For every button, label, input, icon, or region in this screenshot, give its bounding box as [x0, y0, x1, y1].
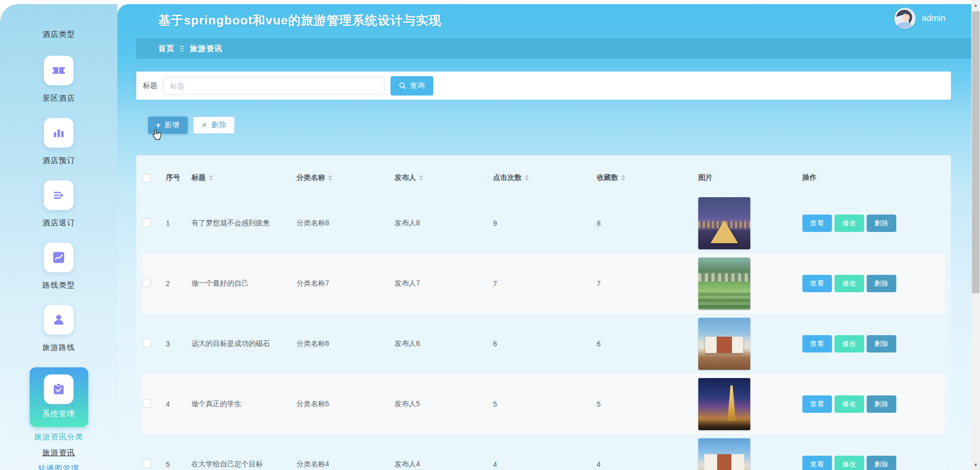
- batch-delete-button[interactable]: ✕ 删除: [193, 116, 235, 134]
- sidebar-item-hotel-type[interactable]: 酒店类型: [0, 30, 117, 39]
- cell-clicks: 6: [493, 340, 597, 348]
- sort-caret-icon[interactable]: [419, 175, 423, 181]
- sidebar-subitem-2[interactable]: 轮播图管理: [0, 464, 117, 470]
- sidebar-item-list-return[interactable]: 酒店退订: [0, 180, 117, 228]
- sort-caret-icon[interactable]: [525, 175, 529, 181]
- select-all-checkbox[interactable]: [142, 174, 151, 182]
- query-button[interactable]: 查询: [390, 76, 433, 96]
- cell-checkbox: [142, 399, 166, 409]
- delete-row-button[interactable]: 删除: [867, 395, 896, 413]
- breadcrumb-separator-icon: Ξ: [180, 44, 185, 53]
- row-checkbox[interactable]: [142, 459, 151, 468]
- delete-row-button[interactable]: 删除: [867, 215, 896, 232]
- edit-button[interactable]: 修改: [835, 335, 864, 353]
- column-label-index: 序号: [166, 173, 180, 182]
- cell-favorites: 6: [597, 340, 698, 348]
- cell-publisher: 发布人8: [395, 219, 493, 228]
- cell-checkbox: [142, 218, 166, 228]
- delete-row-button[interactable]: 删除: [867, 335, 896, 353]
- view-button[interactable]: 查看: [802, 275, 832, 292]
- cell-index: 4: [166, 400, 191, 408]
- column-label-publisher: 发布人: [395, 173, 416, 182]
- cell-category: 分类名称5: [297, 400, 395, 409]
- scroll-up-icon[interactable]: ▲: [971, 1, 980, 9]
- row-image-green-terraced-village: [698, 257, 750, 310]
- bar-chart-icon: [44, 118, 74, 148]
- delete-row-button[interactable]: 删除: [867, 456, 896, 470]
- cell-actions: 查看修改删除: [802, 456, 945, 470]
- column-header-category[interactable]: 分类名称: [297, 173, 395, 182]
- cell-image: [698, 257, 802, 310]
- table-header-row: 序号标题分类名称发布人点击次数收藏数图片操作: [142, 162, 945, 193]
- search-input[interactable]: [163, 77, 384, 95]
- cell-image: [698, 438, 802, 470]
- sidebar-item-label: 酒店预订: [42, 156, 75, 166]
- cell-actions: 查看修改删除: [802, 395, 945, 413]
- view-button[interactable]: 查看: [802, 215, 832, 232]
- view-button[interactable]: 查看: [802, 335, 832, 353]
- row-checkbox[interactable]: [142, 399, 151, 408]
- column-label-clicks: 点击次数: [493, 173, 522, 182]
- user-menu[interactable]: admin: [894, 8, 945, 29]
- breadcrumb: 首页 Ξ 旅游资讯: [136, 38, 973, 59]
- sort-caret-icon[interactable]: [209, 175, 213, 181]
- user-avatar[interactable]: [894, 8, 916, 29]
- scroll-down-icon[interactable]: ▼: [971, 461, 980, 469]
- trend-chart-icon: [44, 243, 74, 272]
- page-scrollbar[interactable]: ▲ ▼: [971, 0, 980, 470]
- cell-title: 有了梦想就不会感到疲惫: [191, 219, 297, 228]
- sidebar-item-ticket[interactable]: 景区酒店: [0, 56, 117, 103]
- delete-row-button[interactable]: 删除: [867, 275, 896, 292]
- cell-image: [698, 318, 802, 370]
- edit-button[interactable]: 修改: [835, 215, 864, 232]
- row-checkbox[interactable]: [142, 339, 151, 347]
- cell-actions: 查看修改删除: [802, 335, 945, 353]
- cell-image: [698, 197, 802, 249]
- sidebar-subitem-1[interactable]: 旅游资讯: [0, 448, 117, 458]
- cell-image: [698, 378, 802, 430]
- table-row: 2做一个最好的自己分类名称7发布人777查看修改删除: [142, 253, 945, 314]
- main-area: 基于springboot和vue的旅游管理系统设计与实现 admin 首页 Ξ …: [117, 4, 980, 470]
- add-button-label: 新增: [164, 121, 180, 130]
- edit-button[interactable]: 修改: [835, 275, 864, 292]
- row-image-potala-palace-snow: [698, 438, 750, 470]
- sidebar-item-clipboard-check[interactable]: 系统管理: [30, 367, 88, 427]
- scrollbar-thumb[interactable]: [972, 11, 979, 293]
- edit-button[interactable]: 修改: [835, 456, 864, 470]
- sort-caret-icon[interactable]: [621, 175, 625, 181]
- query-button-label: 查询: [410, 81, 425, 90]
- sidebar-item-label: 旅游路线: [42, 343, 75, 353]
- list-return-icon: [44, 180, 74, 210]
- column-header-image: 图片: [698, 173, 802, 182]
- cell-category: 分类名称4: [297, 460, 395, 469]
- cell-title: 远大的目标是成功的磁石: [191, 339, 297, 348]
- sort-caret-icon[interactable]: [328, 175, 332, 181]
- row-checkbox[interactable]: [142, 278, 151, 287]
- column-label-category: 分类名称: [297, 173, 325, 182]
- sidebar-item-bar-chart[interactable]: 酒店预订: [0, 118, 117, 166]
- column-header-clicks[interactable]: 点击次数: [493, 173, 597, 182]
- column-header-favorites[interactable]: 收藏数: [597, 173, 698, 182]
- view-button[interactable]: 查看: [802, 456, 832, 470]
- username-label: admin: [922, 13, 945, 24]
- column-header-actions: 操作: [802, 173, 945, 182]
- column-label-image: 图片: [698, 173, 713, 182]
- sidebar-item-person[interactable]: 旅游路线: [0, 305, 117, 353]
- column-header-publisher[interactable]: 发布人: [395, 173, 493, 182]
- cell-checkbox: [142, 459, 166, 469]
- column-header-title[interactable]: 标题: [191, 173, 297, 182]
- search-icon: [399, 82, 406, 89]
- cell-favorites: 5: [597, 400, 698, 408]
- sidebar-subitem-0[interactable]: 旅游资讯分类: [0, 432, 117, 442]
- clipboard-check-icon: [44, 374, 74, 404]
- table-row: 4做个真正的学生分类名称5发布人555查看修改删除: [142, 374, 945, 434]
- view-button[interactable]: 查看: [802, 395, 832, 413]
- cell-favorites: 7: [597, 279, 698, 288]
- breadcrumb-home-link[interactable]: 首页: [158, 44, 175, 54]
- edit-button[interactable]: 修改: [835, 395, 864, 413]
- add-button[interactable]: + 新增: [148, 116, 188, 134]
- row-checkbox[interactable]: [142, 218, 151, 227]
- delete-button-label: 删除: [211, 121, 227, 130]
- cell-index: 3: [166, 340, 191, 348]
- sidebar-item-trend-chart[interactable]: 路线类型: [0, 243, 117, 290]
